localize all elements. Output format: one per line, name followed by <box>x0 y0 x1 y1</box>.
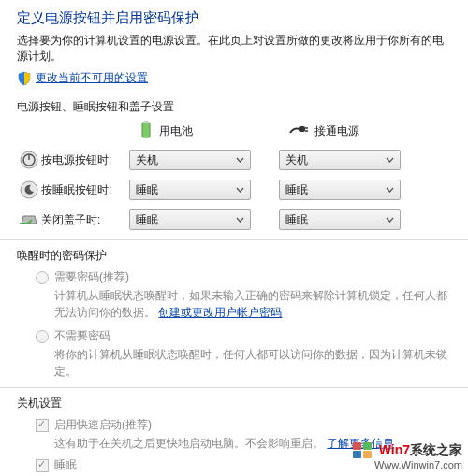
chevron-down-icon <box>386 157 394 163</box>
lid-battery-dropdown[interactable]: 睡眠 <box>129 209 251 230</box>
power-battery-dropdown[interactable]: 关机 <box>129 150 251 170</box>
lid-close-label: 关闭盖子时: <box>41 212 129 228</box>
lid-close-row: 关闭盖子时: 睡眠 睡眠 <box>17 209 451 230</box>
power-ac-dropdown[interactable]: 关机 <box>279 150 401 170</box>
chevron-down-icon <box>236 187 244 193</box>
shield-icon <box>17 71 32 86</box>
plug-icon <box>288 123 309 139</box>
sleep-checkbox <box>36 459 49 472</box>
no-password-label: 不需要密码 <box>54 328 110 344</box>
no-password-desc: 将你的计算机从睡眠状态唤醒时，任何人都可以访问你的数据，因为计算机未锁定。 <box>36 346 451 380</box>
no-password-radio <box>36 330 49 343</box>
require-password-label: 需要密码(推荐) <box>54 269 129 285</box>
lid-ac-dropdown[interactable]: 睡眠 <box>279 209 401 230</box>
buttons-section-label: 电源按钮、睡眠按钮和盖子设置 <box>17 99 451 115</box>
power-icon <box>17 151 41 169</box>
require-password-desc: 计算机从睡眠状态唤醒时，如果未输入正确的密码来解除计算机锁定，任何人都无法访问你… <box>36 287 451 321</box>
lid-icon <box>17 212 41 227</box>
moon-icon <box>17 180 41 199</box>
svg-rect-1 <box>144 121 148 123</box>
page-title: 定义电源按钮并启用密码保护 <box>17 0 451 33</box>
wake-section-label: 唤醒时的密码保护 <box>17 248 451 264</box>
create-change-password-link[interactable]: 创建或更改用户帐户密码 <box>158 306 282 319</box>
divider <box>0 239 468 240</box>
svg-rect-0 <box>142 123 150 137</box>
page-subtitle: 选择要为你的计算机设置的电源设置。在此页上对设置所做的更改将应用于你所有的电源计… <box>17 33 451 65</box>
fast-startup-desc: 这有助于在关机之后更快地启动电脑。不会影响重启。 了解更多信息 <box>36 435 451 452</box>
power-button-row: 按电源按钮时: 关机 关机 <box>17 150 451 170</box>
svg-rect-2 <box>299 126 305 132</box>
divider <box>0 387 468 388</box>
fast-startup-label: 启用快速启动(推荐) <box>54 417 152 433</box>
change-unavailable-link[interactable]: 更改当前不可用的设置 <box>36 70 148 86</box>
sleep-button-label: 按睡眠按钮时: <box>41 182 129 198</box>
sleep-checkbox-label: 睡眠 <box>54 457 77 473</box>
chevron-down-icon <box>236 157 244 163</box>
shutdown-section-label: 关机设置 <box>17 396 451 411</box>
chevron-down-icon <box>386 187 394 193</box>
learn-more-link[interactable]: 了解更多信息 <box>327 437 394 450</box>
require-password-radio <box>36 271 49 284</box>
sleep-button-row: 按睡眠按钮时: 睡眠 睡眠 <box>17 180 451 200</box>
battery-header: 用电池 <box>159 123 193 139</box>
ac-header: 接通电源 <box>314 123 359 139</box>
chevron-down-icon <box>386 217 394 223</box>
chevron-down-icon <box>236 217 244 223</box>
sleep-ac-dropdown[interactable]: 睡眠 <box>279 180 401 200</box>
fast-startup-checkbox <box>36 419 49 432</box>
power-button-label: 按电源按钮时: <box>41 152 129 168</box>
sleep-battery-dropdown[interactable]: 睡眠 <box>129 180 251 200</box>
battery-icon <box>139 121 154 142</box>
